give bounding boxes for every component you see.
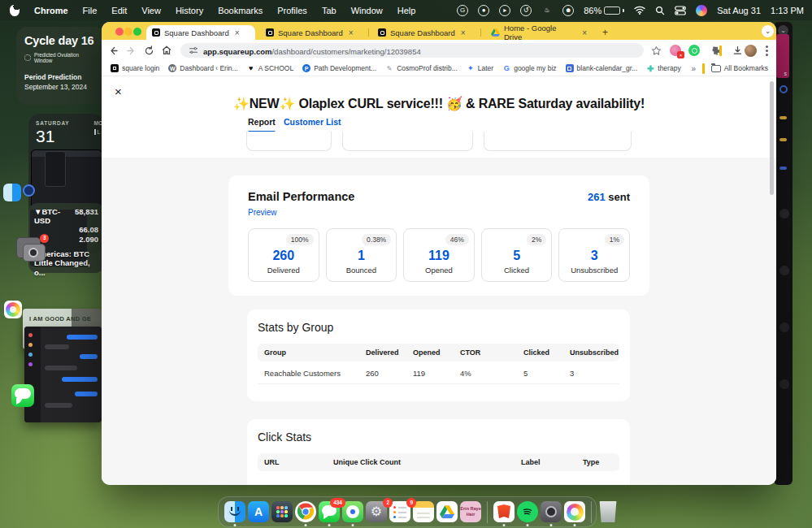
calendar-file-icon xyxy=(566,64,574,72)
dock-messages[interactable]: 434 xyxy=(319,501,340,522)
tab-report[interactable]: Report xyxy=(248,117,276,127)
status-record-icon[interactable]: ● xyxy=(478,5,489,16)
avatar-ring-icon xyxy=(779,85,788,93)
dock-find-my[interactable] xyxy=(342,501,363,522)
new-tab-button[interactable]: + xyxy=(602,27,608,38)
spotlight-search-icon[interactable] xyxy=(655,6,665,15)
menu-chrome[interactable]: Chrome xyxy=(34,6,68,15)
bookmark-google-my-biz[interactable]: G google my biz xyxy=(502,64,556,72)
dock-chrome[interactable] xyxy=(295,501,316,522)
close-tab-icon[interactable]: × xyxy=(461,28,466,37)
status-play-icon[interactable]: ▸ xyxy=(499,5,510,16)
bookmark-therapy[interactable]: ✚ therapy xyxy=(646,64,680,72)
tab-square-dashboard-3[interactable]: Square Dashboard × xyxy=(372,25,476,40)
menu-history[interactable]: History xyxy=(176,6,203,15)
cycle-tracking-widget[interactable]: Cycle day 16 Predicted Ovulation Window … xyxy=(16,27,106,105)
menu-profiles[interactable]: Profiles xyxy=(277,6,307,15)
bookmark-cosmoprof[interactable]: ✎ CosmoProf distrib... xyxy=(385,64,458,72)
profile-avatar[interactable] xyxy=(745,45,757,57)
bookmarks-overflow-chevrons[interactable]: » xyxy=(692,64,697,73)
dock-google-drive[interactable] xyxy=(436,501,458,522)
address-bar[interactable]: app.squareup.com/dashboard/customers/mar… xyxy=(180,43,644,58)
dock-reminders[interactable]: 9 xyxy=(389,501,410,522)
chrome-menu-kebab-icon[interactable] xyxy=(766,50,768,52)
tab-customer-list[interactable]: Customer List xyxy=(284,117,341,127)
dock-launchpad[interactable] xyxy=(271,501,293,522)
tab-google-drive[interactable]: Home - Google Drive × xyxy=(485,25,593,40)
background-browser-window[interactable]: ⌄ s xyxy=(774,22,792,485)
tab-label: Square Dashboard xyxy=(390,28,455,37)
dock-notes[interactable] xyxy=(413,501,434,522)
status-user-icon[interactable]: ☻ xyxy=(562,5,574,16)
dock-erin-raye-hair[interactable]: Erin Raye Hair xyxy=(460,501,481,522)
minimize-window-button[interactable] xyxy=(124,28,132,36)
column-group: Group xyxy=(264,348,286,357)
bookmark-later[interactable]: ✦ Later xyxy=(467,64,493,72)
close-tab-icon[interactable]: × xyxy=(349,28,354,37)
background-tab-block: s xyxy=(776,34,789,78)
messages-window-thumbnail[interactable] xyxy=(24,327,102,422)
stat-percent-badge: 100% xyxy=(286,234,314,245)
screenshot-stack-thumbnail[interactable]: 3 xyxy=(16,237,46,262)
stat-card-delivered: 100% 260 Delivered xyxy=(248,228,319,282)
tab-label: Home - Google Drive xyxy=(504,24,576,41)
page-scrollbar[interactable] xyxy=(770,81,774,195)
control-center-icon[interactable] xyxy=(675,6,686,15)
cell-clicked: 5 xyxy=(523,369,528,378)
tab-square-dashboard-2[interactable]: Square Dashboard × xyxy=(260,25,364,40)
menu-bar-time[interactable]: 1:13 PM xyxy=(771,6,804,15)
photos-app-icon[interactable] xyxy=(4,301,22,318)
extension-icon-error[interactable]: × xyxy=(670,45,681,56)
dock-brave[interactable] xyxy=(493,501,515,522)
home-button[interactable] xyxy=(160,44,173,57)
menu-help[interactable]: Help xyxy=(397,6,416,15)
reload-button[interactable] xyxy=(142,44,155,57)
blue-circle-icon[interactable] xyxy=(23,184,35,197)
close-window-button[interactable] xyxy=(115,28,124,36)
menu-tab[interactable]: Tab xyxy=(322,6,337,15)
close-tab-icon[interactable]: × xyxy=(582,28,587,37)
tab-search-chevron-icon[interactable]: ⌄ xyxy=(762,25,774,37)
dock-screenshot-app[interactable] xyxy=(541,501,562,522)
dock-system-settings[interactable]: 2 xyxy=(366,501,387,522)
dock-app-store[interactable] xyxy=(248,501,269,522)
preview-link[interactable]: Preview xyxy=(248,208,277,217)
menu-edit[interactable]: Edit xyxy=(111,6,127,15)
all-bookmarks-folder[interactable]: All Bookmarks xyxy=(711,64,768,72)
bookmark-wordpress-dashboard[interactable]: W Dashboard ‹ Erin... xyxy=(168,64,237,72)
spotify-waves-icon xyxy=(521,505,534,518)
tab-square-dashboard-1[interactable]: Square Dashboard × xyxy=(146,25,255,40)
stat-value: 119 xyxy=(404,249,474,263)
phone-screenshot-thumbnail[interactable] xyxy=(45,151,66,187)
menu-file[interactable]: File xyxy=(83,6,98,15)
bookmark-a-school[interactable]: ♥ A SCHOOL xyxy=(247,64,293,72)
dock-photos[interactable] xyxy=(564,501,585,522)
back-button[interactable] xyxy=(106,44,119,57)
status-mic-icon[interactable]: ♨ xyxy=(541,5,553,16)
messages-app-icon[interactable] xyxy=(11,384,34,407)
apple-menu-icon[interactable] xyxy=(10,5,20,16)
bookmark-star-icon[interactable] xyxy=(649,44,662,57)
site-settings-icon[interactable] xyxy=(189,45,198,55)
menu-bar-date[interactable]: Sat Aug 31 xyxy=(717,6,761,15)
bookmark-square-login[interactable]: square login xyxy=(111,64,159,72)
forward-button[interactable] xyxy=(124,44,137,57)
user-avatar-icon[interactable] xyxy=(696,5,707,16)
menu-window[interactable]: Window xyxy=(351,6,383,15)
menu-view[interactable]: View xyxy=(141,6,161,15)
dock-spotify[interactable] xyxy=(517,501,538,522)
status-clock-icon[interactable]: ↺ xyxy=(520,5,532,16)
battery-indicator[interactable]: 86% xyxy=(584,6,624,15)
close-tab-icon[interactable]: × xyxy=(235,28,240,37)
whatsapp-extension-icon[interactable] xyxy=(688,45,700,56)
menu-bookmarks[interactable]: Bookmarks xyxy=(218,6,263,15)
notification-badge: 2 xyxy=(383,498,393,508)
finder-window-icon[interactable] xyxy=(3,184,21,201)
dock-finder[interactable] xyxy=(224,501,245,522)
wifi-icon[interactable] xyxy=(634,6,645,15)
status-g-icon[interactable]: G xyxy=(457,5,468,16)
zoom-window-button[interactable] xyxy=(133,28,141,36)
bookmark-blank-calendar[interactable]: blank-calendar_gr... xyxy=(566,64,638,72)
downloads-icon[interactable] xyxy=(731,44,744,57)
bookmark-path-development[interactable]: P Path Development... xyxy=(302,64,376,72)
